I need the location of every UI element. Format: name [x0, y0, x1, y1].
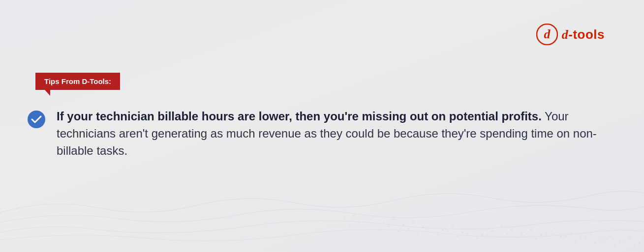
tips-badge: Tips From D-Tools:	[35, 73, 120, 90]
svg-point-19	[531, 229, 532, 231]
svg-point-33	[368, 226, 369, 227]
svg-point-56	[595, 243, 596, 244]
tips-badge-label: Tips From D-Tools:	[44, 77, 111, 85]
svg-point-4	[383, 222, 385, 224]
svg-point-6	[403, 224, 404, 226]
svg-point-26	[600, 239, 601, 241]
svg-point-46	[496, 237, 497, 238]
svg-point-35	[388, 226, 389, 227]
svg-point-41	[447, 231, 448, 232]
svg-point-1	[354, 215, 355, 216]
svg-point-0	[344, 217, 345, 219]
svg-point-25	[590, 234, 591, 236]
svg-point-18	[521, 233, 522, 234]
svg-point-43	[467, 233, 468, 234]
svg-point-45	[487, 234, 488, 235]
svg-point-38	[418, 233, 419, 234]
svg-point-47	[506, 233, 507, 234]
svg-point-39	[428, 230, 429, 231]
svg-point-11	[452, 226, 454, 227]
svg-point-59	[624, 241, 625, 242]
svg-point-44	[477, 238, 478, 239]
d-tools-logo-icon: d	[536, 24, 558, 45]
svg-point-27	[610, 236, 611, 237]
svg-point-40	[437, 234, 438, 235]
svg-point-36	[398, 231, 399, 232]
svg-point-49	[526, 233, 527, 234]
content-bold: If your technician billable hours are lo…	[57, 110, 542, 123]
svg-point-3	[373, 216, 375, 218]
svg-point-16	[501, 226, 503, 227]
svg-text:d: d	[544, 27, 551, 41]
svg-point-17	[511, 229, 513, 231]
svg-point-34	[378, 229, 379, 230]
svg-point-57	[605, 239, 606, 240]
svg-point-15	[491, 231, 493, 232]
svg-point-9	[432, 224, 434, 225]
svg-point-12	[462, 232, 463, 233]
svg-point-10	[442, 229, 444, 231]
svg-point-51	[546, 234, 547, 235]
svg-point-52	[555, 239, 556, 240]
svg-point-24	[580, 238, 582, 239]
svg-point-54	[575, 241, 576, 242]
svg-point-2	[364, 220, 365, 221]
content-area: If your technician billable hours are lo…	[27, 108, 605, 159]
svg-point-48	[516, 237, 517, 238]
svg-point-42	[457, 236, 458, 237]
svg-point-22	[560, 236, 562, 237]
svg-point-20	[541, 234, 542, 236]
svg-point-63	[28, 111, 45, 128]
tips-badge-container: Tips From D-Tools:	[35, 73, 120, 90]
svg-point-21	[551, 231, 552, 232]
svg-point-32	[359, 222, 360, 223]
svg-point-13	[472, 228, 473, 230]
svg-point-28	[619, 241, 621, 242]
svg-point-14	[482, 234, 483, 236]
logo-text: d-tools	[562, 27, 605, 42]
svg-point-37	[408, 228, 409, 229]
svg-point-31	[349, 224, 350, 225]
svg-point-55	[585, 238, 586, 239]
wave-background	[0, 154, 644, 252]
content-text: If your technician billable hours are lo…	[57, 108, 605, 159]
svg-point-58	[614, 244, 615, 245]
svg-point-7	[413, 221, 414, 223]
svg-point-29	[629, 238, 631, 239]
svg-point-60	[634, 246, 635, 247]
logo-area: d d-tools	[536, 24, 605, 45]
svg-point-50	[536, 238, 537, 239]
svg-point-23	[570, 233, 572, 234]
check-icon	[27, 110, 46, 129]
svg-point-8	[423, 227, 424, 228]
svg-point-5	[393, 219, 395, 220]
svg-point-30	[639, 243, 641, 244]
svg-point-53	[565, 236, 566, 237]
